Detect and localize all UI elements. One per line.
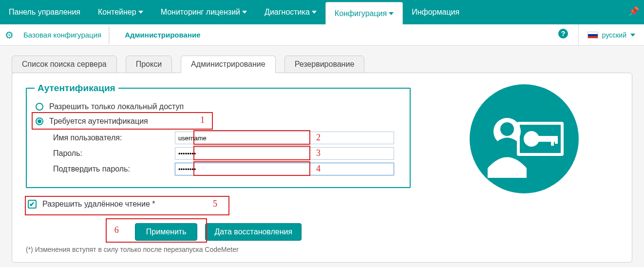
svg-rect-8 — [555, 136, 558, 144]
chevron-down-icon — [242, 11, 247, 14]
radio-local-access[interactable]: Разрешить только локальный доступ — [35, 99, 402, 114]
username-input[interactable] — [175, 132, 394, 144]
annotation-num-2: 2 — [316, 133, 321, 143]
flag-ru-icon — [587, 32, 598, 38]
nav-diagnostics[interactable]: Диагностика — [256, 0, 325, 24]
top-nav: Панель управления Контейнер Мониторинг л… — [0, 0, 644, 24]
chevron-down-icon — [312, 11, 317, 14]
password-label: Пароль: — [53, 149, 175, 158]
language-selector[interactable]: русский — [578, 24, 644, 45]
tab-reservation[interactable]: Резервирование — [284, 56, 365, 73]
radio-icon — [36, 103, 43, 111]
confirm-password-label: Подтвердить пароль: — [53, 165, 175, 173]
remote-read-checkbox-row[interactable]: ✔ Разрешить удалённое чтение * 5 — [28, 200, 411, 209]
checkbox-checked-icon: ✔ — [28, 200, 37, 209]
nav-container[interactable]: Контейнер — [89, 0, 152, 24]
nav-dashboard[interactable]: Панель управления — [0, 0, 89, 24]
user-key-illustration-icon — [468, 83, 580, 195]
restore-date-button[interactable]: Дата восстановления — [205, 223, 302, 241]
gear-icon: ⚙ — [5, 29, 14, 41]
chevron-down-icon — [138, 11, 143, 14]
language-label: русский — [602, 31, 626, 39]
content-panel: Аутентификация Разрешить только локальны… — [12, 73, 632, 263]
confirm-password-input[interactable] — [175, 163, 394, 175]
tab-proxy[interactable]: Прокси — [126, 56, 172, 73]
svg-rect-7 — [551, 136, 554, 146]
nav-configuration[interactable]: Конфигурация — [325, 2, 403, 24]
annotation-num-1: 1 — [200, 115, 205, 125]
radio-require-auth[interactable]: Требуется аутентификация — [35, 114, 402, 129]
tab-server-search[interactable]: Список поиска сервера — [12, 56, 117, 73]
nav-information[interactable]: Информация — [403, 0, 468, 24]
tab-administration[interactable]: Администрирование — [181, 56, 276, 73]
remote-read-label: Разрешить удалённое чтение * — [42, 200, 155, 209]
breadcrumb-current: Администрирование — [119, 24, 206, 45]
button-row: 6 Применить Дата восстановления — [26, 223, 411, 241]
apply-button[interactable]: Применить — [135, 223, 198, 241]
page-body: Список поиска сервера Прокси Администрир… — [0, 46, 644, 267]
auth-fieldset: Аутентификация Разрешить только локальны… — [26, 83, 411, 188]
chevron-down-icon — [389, 12, 394, 15]
auth-legend: Аутентификация — [35, 83, 118, 94]
password-input[interactable] — [175, 147, 394, 160]
subtab-row: Список поиска сервера Прокси Администрир… — [12, 56, 632, 73]
svg-point-10 — [500, 122, 514, 136]
annotation-num-4: 4 — [316, 164, 321, 174]
nav-license-monitoring[interactable]: Мониторинг лицензий — [152, 0, 256, 24]
annotation-num-6: 6 — [114, 225, 119, 235]
pin-icon[interactable]: 📌 — [628, 6, 639, 17]
annotation-num-5: 5 — [213, 199, 217, 209]
radio-icon — [36, 117, 43, 125]
footnote-text: (*) Изменения вступят в силу только посл… — [26, 246, 618, 253]
help-icon[interactable]: ? — [558, 28, 578, 42]
breadcrumb-base[interactable]: Базовая конфигурация — [18, 24, 107, 45]
annotation-num-3: 3 — [316, 148, 321, 158]
svg-text:?: ? — [561, 29, 565, 38]
breadcrumb-bar: ⚙ Базовая конфигурация Администрирование… — [0, 24, 644, 46]
username-label: Имя пользователя: — [53, 134, 175, 142]
chevron-down-icon — [630, 34, 635, 37]
